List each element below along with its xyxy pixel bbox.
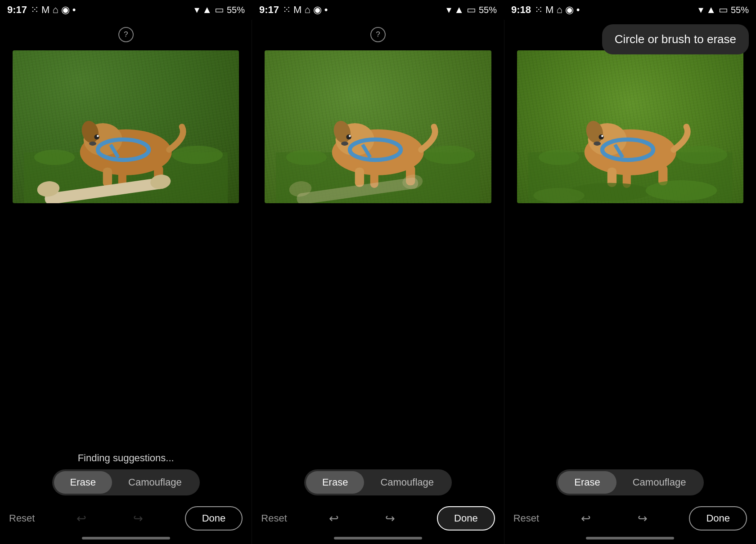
bottom-area-2: Erase Camouflage Reset Done xyxy=(252,460,504,544)
home-indicator-3 xyxy=(586,537,674,540)
system-icons-2: ⁙ M ⌂ ◉ • xyxy=(283,4,328,16)
email-icon-2: M xyxy=(293,4,302,16)
svg-point-27 xyxy=(341,142,348,146)
panel-3: ? Circle or brush to erase xyxy=(504,20,756,544)
undo-btn-2[interactable] xyxy=(324,508,344,528)
dog-image-3 xyxy=(517,50,743,203)
status-bar-2: 9:17 ⁙ M ⌂ ◉ • ▾ ▲ ▭ 55% xyxy=(252,0,504,20)
dog-image-2 xyxy=(265,50,491,203)
location-icon-2: ◉ xyxy=(313,4,322,16)
svg-point-3 xyxy=(172,146,223,164)
svg-point-8 xyxy=(97,135,99,137)
battery-icon-2: ▭ xyxy=(467,4,476,16)
grid-icon-1: ⁙ xyxy=(31,4,39,16)
right-icons-1: ▾ ▲ ▭ 55% xyxy=(194,4,245,16)
bottom-area-1: Finding suggestions... Erase Camouflage … xyxy=(0,449,252,544)
email-icon-3: M xyxy=(545,4,554,16)
erase-btn-3[interactable]: Erase xyxy=(558,471,616,494)
panel-2: ? xyxy=(252,20,504,544)
dog-image-1 xyxy=(13,50,239,203)
dog-svg-3 xyxy=(517,50,743,203)
battery-text-2: 55% xyxy=(479,5,497,15)
right-icons-3: ▾ ▲ ▭ 55% xyxy=(698,4,749,16)
svg-point-53 xyxy=(645,180,717,201)
image-area-2 xyxy=(265,50,491,203)
reset-btn-3[interactable]: Reset xyxy=(513,513,539,524)
redo-btn-1[interactable] xyxy=(128,508,148,528)
svg-rect-12 xyxy=(103,168,112,187)
camouflage-btn-2[interactable]: Camouflage xyxy=(364,471,450,494)
battery-icon-3: ▭ xyxy=(719,4,728,16)
done-btn-3[interactable]: Done xyxy=(689,506,747,531)
erase-btn-2[interactable]: Erase xyxy=(306,471,364,494)
image-area-1 xyxy=(13,50,239,203)
svg-point-25 xyxy=(346,134,351,139)
help-row-2: ? xyxy=(252,20,504,46)
grid-icon-2: ⁙ xyxy=(283,4,291,16)
bottom-area-3: Erase Camouflage Reset Done xyxy=(504,460,756,544)
svg-point-26 xyxy=(349,135,351,137)
reset-btn-1[interactable]: Reset xyxy=(9,513,35,524)
help-row-3: ? Circle or brush to erase xyxy=(504,20,756,46)
help-icon-2[interactable]: ? xyxy=(370,27,386,42)
dot-icon-3: • xyxy=(576,4,580,16)
svg-point-45 xyxy=(594,142,601,146)
svg-point-43 xyxy=(598,134,603,139)
action-bar-3: Reset Done xyxy=(504,503,756,534)
panels-container: ? xyxy=(0,20,756,544)
camouflage-btn-3[interactable]: Camouflage xyxy=(616,471,702,494)
action-bar-1: Reset Done xyxy=(0,503,252,534)
wifi-icon-2: ▾ xyxy=(446,4,451,16)
undo-btn-1[interactable] xyxy=(72,508,91,528)
redo-btn-2[interactable] xyxy=(380,508,400,528)
home-icon-1: ⌂ xyxy=(52,4,58,16)
reset-btn-2[interactable]: Reset xyxy=(261,513,287,524)
system-icons-3: ⁙ M ⌂ ◉ • xyxy=(535,4,580,16)
signal-icon-1: ▲ xyxy=(202,4,212,16)
wifi-icon-1: ▾ xyxy=(194,4,199,16)
tooltip-bubble-3: Circle or brush to erase xyxy=(602,24,749,54)
help-icon-1[interactable]: ? xyxy=(118,27,134,42)
svg-point-52 xyxy=(533,188,584,203)
wifi-icon-3: ▾ xyxy=(698,4,703,16)
toggle-row-1: Erase Camouflage xyxy=(52,469,200,495)
suggestions-text-1: Finding suggestions... xyxy=(78,452,174,464)
status-bar-1: 9:17 ⁙ M ⌂ ◉ • ▾ ▲ ▭ 55% xyxy=(0,0,252,20)
svg-point-21 xyxy=(424,146,475,164)
time-2: 9:17 xyxy=(259,4,279,16)
status-bar-3: 9:18 ⁙ M ⌂ ◉ • ▾ ▲ ▭ 55% xyxy=(504,0,756,20)
home-icon-2: ⌂ xyxy=(304,4,310,16)
status-bars-row: 9:17 ⁙ M ⌂ ◉ • ▾ ▲ ▭ 55% 9:17 ⁙ M ⌂ ◉ • … xyxy=(0,0,756,20)
signal-icon-3: ▲ xyxy=(706,4,716,16)
svg-point-9 xyxy=(89,142,96,146)
help-row-1: ? xyxy=(0,20,252,46)
signal-icon-2: ▲ xyxy=(454,4,464,16)
svg-rect-30 xyxy=(355,168,364,187)
dot-icon-1: • xyxy=(72,4,76,16)
svg-point-39 xyxy=(676,146,727,164)
home-indicator-2 xyxy=(334,537,422,540)
erase-btn-1[interactable]: Erase xyxy=(54,471,112,494)
battery-text-1: 55% xyxy=(227,5,245,15)
svg-point-7 xyxy=(94,134,99,139)
battery-icon-1: ▭ xyxy=(215,4,224,16)
time-3: 9:18 xyxy=(511,4,531,16)
camouflage-btn-1[interactable]: Camouflage xyxy=(112,471,198,494)
undo-btn-3[interactable] xyxy=(576,508,596,528)
grid-icon-3: ⁙ xyxy=(535,4,543,16)
toggle-row-2: Erase Camouflage xyxy=(304,469,452,495)
done-btn-2[interactable]: Done xyxy=(437,506,495,531)
image-area-3 xyxy=(517,50,743,203)
home-icon-3: ⌂ xyxy=(556,4,562,16)
system-icons-1: ⁙ M ⌂ ◉ • xyxy=(31,4,76,16)
panel-1: ? xyxy=(0,20,252,544)
toggle-row-3: Erase Camouflage xyxy=(556,469,704,495)
done-btn-1[interactable]: Done xyxy=(185,506,243,531)
svg-point-37 xyxy=(538,150,579,165)
dog-svg-2 xyxy=(265,50,491,203)
svg-point-44 xyxy=(601,135,603,137)
home-indicator-1 xyxy=(82,537,170,540)
dog-svg-1 xyxy=(13,50,239,203)
svg-point-19 xyxy=(286,150,327,165)
redo-btn-3[interactable] xyxy=(633,508,652,528)
